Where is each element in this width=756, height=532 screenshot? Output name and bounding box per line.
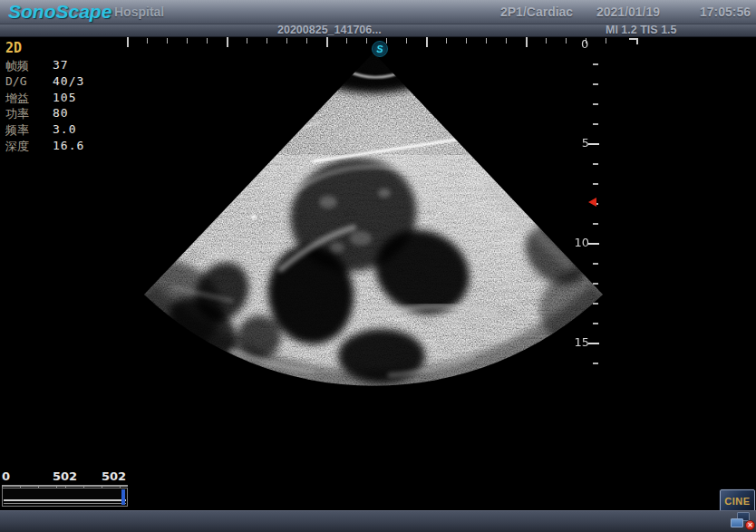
h-ruler-tick: [346, 38, 347, 44]
h-ruler-tick: [127, 37, 129, 47]
h-ruler-tick: [366, 38, 367, 44]
v-ruler-tick: [593, 283, 598, 285]
v-ruler-tick: [593, 323, 598, 324]
h-ruler-tick: [526, 37, 528, 47]
grayscale-bar[interactable]: [2, 488, 128, 507]
header-bar: SonoScape Hospital 2P1/Cardiac 2021/01/1…: [0, 0, 756, 24]
h-ruler-tick: [326, 37, 328, 47]
network-disconnected-icon: ✕: [731, 512, 755, 531]
v-ruler-tick: [593, 83, 598, 85]
network-icon-local: [731, 518, 743, 527]
h-ruler-tick: [306, 38, 307, 44]
param-label: D/G: [5, 74, 53, 91]
h-ruler-tick: [606, 38, 606, 44]
param-value: 16.6: [53, 139, 84, 155]
grayscale-cursor[interactable]: [121, 489, 125, 505]
depth-label-15: 15: [569, 335, 589, 349]
probe-marker-letter: S: [376, 44, 383, 54]
h-ruler-tick: [187, 38, 188, 44]
param-label: 深度: [5, 139, 53, 155]
v-ruler-tick: [588, 143, 599, 145]
v-ruler-tick: [593, 163, 598, 165]
h-ruler-tick: [486, 38, 487, 44]
depth-label-5: 5: [569, 136, 589, 150]
depth-label-10: 10: [569, 236, 589, 249]
v-ruler-tick: [593, 123, 598, 125]
h-ruler-tick: [167, 38, 168, 44]
grayscale-baseline: [4, 503, 126, 504]
grayscale-label-2: 502: [102, 469, 126, 483]
param-value: 40/3: [53, 74, 84, 91]
focus-position-marker[interactable]: [588, 198, 596, 207]
param-label: 帧频: [5, 58, 53, 74]
h-ruler-tick: [406, 38, 407, 44]
h-ruler-tick: [247, 38, 247, 44]
param-value: 3.0: [53, 122, 76, 139]
v-ruler-tick: [588, 243, 599, 245]
ruler-origin-corner: [629, 38, 638, 44]
system-time: 17:05:56: [700, 5, 751, 19]
param-row-dg: D/G 40/3: [5, 74, 84, 91]
h-ruler-tick: [546, 38, 547, 44]
param-row-power: 功率 80: [5, 106, 84, 122]
h-ruler-tick: [267, 38, 267, 44]
mi-tis-readout: MI 1.2 TIS 1.5: [606, 24, 677, 36]
mode-label: 2D: [5, 40, 84, 58]
status-bar: [0, 510, 756, 532]
h-ruler-tick: [147, 38, 148, 44]
grayscale-label-1: 502: [53, 469, 77, 483]
ultrasound-screen: SonoScape Hospital 2P1/Cardiac 2021/01/1…: [0, 0, 756, 532]
ruler-origin-label: 0: [581, 37, 588, 51]
param-row-framerate: 帧频 37: [5, 58, 84, 74]
grayscale-label-0: 0: [2, 469, 10, 483]
param-row-depth: 深度 16.6: [5, 139, 84, 155]
h-ruler-tick: [386, 38, 387, 44]
cine-button-label: CINE: [724, 496, 750, 507]
h-ruler-tick: [426, 37, 428, 47]
v-ruler-tick: [593, 363, 598, 364]
param-label: 增益: [5, 91, 53, 107]
grayscale-curve-line: [4, 499, 126, 501]
h-ruler-tick: [227, 37, 228, 47]
parameter-panel: 2D 帧频 37 D/G 40/3 增益 105 功率 80 频率 3.0 深度…: [5, 40, 84, 155]
param-row-frequency: 频率 3.0: [5, 122, 84, 139]
v-ruler-tick: [593, 183, 598, 185]
h-ruler-tick: [466, 38, 467, 44]
h-ruler-tick: [286, 38, 287, 44]
param-value: 80: [53, 106, 69, 122]
param-value: 37: [53, 58, 69, 74]
hospital-name: Hospital: [114, 5, 164, 19]
probe-orientation-marker: S: [372, 41, 388, 57]
system-date: 2021/01/19: [596, 5, 660, 19]
v-ruler-tick: [593, 63, 598, 65]
h-ruler-tick: [446, 38, 447, 44]
v-ruler-tick: [588, 343, 599, 344]
ultrasound-image: [0, 37, 756, 510]
v-ruler-tick: [593, 223, 598, 225]
h-ruler-tick: [207, 38, 208, 44]
v-ruler-tick: [593, 103, 598, 105]
sonoscape-logo: SonoScape: [8, 1, 111, 23]
exam-id: 20200825_141706...: [277, 24, 382, 36]
probe-preset: 2P1/Cardiac: [500, 5, 573, 19]
h-ruler-tick: [506, 38, 507, 44]
image-area: [0, 37, 756, 510]
network-error-badge: ✕: [745, 520, 755, 530]
sub-header-bar: 20200825_141706... MI 1.2 TIS 1.5: [0, 24, 756, 37]
v-ruler-tick: [593, 263, 598, 265]
param-row-gain: 增益 105: [5, 91, 84, 107]
h-ruler-tick: [566, 38, 567, 44]
v-ruler-tick: [593, 303, 598, 305]
param-value: 105: [53, 91, 76, 107]
param-label: 频率: [5, 122, 53, 139]
param-label: 功率: [5, 106, 53, 122]
